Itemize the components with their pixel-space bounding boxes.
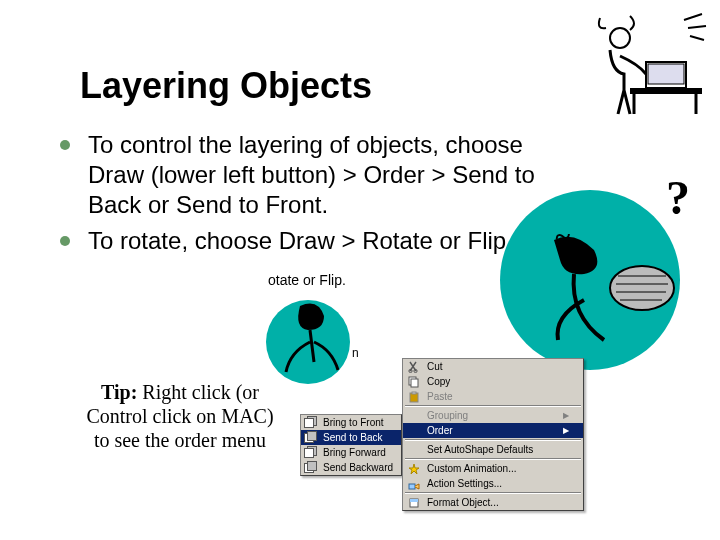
menu-item-label: Set AutoShape Defaults (427, 444, 533, 455)
menu-separator (405, 405, 581, 407)
order-submenu[interactable]: Bring to Front Send to Back Bring Forwar… (300, 414, 402, 476)
menu-item-action-settings[interactable]: Action Settings... (403, 476, 583, 491)
svg-rect-13 (409, 484, 415, 489)
menu-item-format-object[interactable]: Format Object... (403, 495, 583, 510)
bring-to-front-icon (304, 416, 318, 428)
submenu-arrow-icon: ▶ (563, 411, 569, 420)
menu-item-order[interactable]: Order ▶ (403, 423, 583, 438)
context-menu[interactable]: Cut Copy Paste Grouping ▶ Order ▶ Set Au… (402, 358, 584, 511)
send-backward-icon (304, 461, 318, 473)
custom-animation-icon (407, 463, 421, 475)
menu-item-paste[interactable]: Paste (403, 389, 583, 404)
tip-text: Tip: Right click (or Control click on MA… (80, 380, 280, 452)
svg-rect-2 (630, 88, 702, 94)
bullet-text: To control the layering of objects, choo… (88, 130, 580, 220)
svg-rect-12 (412, 392, 416, 394)
slide-title: Layering Objects (80, 65, 372, 107)
menu-item-send-backward[interactable]: Send Backward (301, 460, 401, 475)
cut-icon (407, 361, 421, 373)
menu-item-label: Send Backward (323, 462, 393, 473)
bullet-dot-icon (60, 236, 70, 246)
menu-item-send-to-back[interactable]: Send to Back (301, 430, 401, 445)
svg-rect-10 (411, 379, 418, 387)
bullet-list: To control the layering of objects, choo… (60, 130, 580, 262)
submenu-arrow-icon: ▶ (563, 426, 569, 435)
menu-item-label: Paste (427, 391, 453, 402)
menu-item-label: Bring Forward (323, 447, 386, 458)
menu-item-label: Bring to Front (323, 417, 384, 428)
clipart-figure-small (270, 292, 360, 392)
menu-item-label: Copy (427, 376, 450, 387)
bullet-item: To rotate, choose Draw > Rotate or Flip. (60, 226, 580, 256)
person-at-desk-clipart (590, 10, 710, 115)
menu-item-bring-forward[interactable]: Bring Forward (301, 445, 401, 460)
menu-item-label: Custom Animation... (427, 463, 516, 474)
svg-point-5 (610, 28, 630, 48)
menu-item-label: Send to Back (323, 432, 382, 443)
menu-item-set-autoshape-defaults[interactable]: Set AutoShape Defaults (403, 442, 583, 457)
menu-item-label: Grouping (427, 410, 468, 421)
menu-item-label: Format Object... (427, 497, 499, 508)
menu-separator (405, 458, 581, 460)
bullet-dot-icon (60, 140, 70, 150)
svg-rect-15 (410, 499, 418, 502)
menu-item-label: Cut (427, 361, 443, 372)
svg-rect-1 (648, 64, 684, 84)
menu-item-bring-to-front[interactable]: Bring to Front (301, 415, 401, 430)
bullet-item: To control the layering of objects, choo… (60, 130, 580, 220)
menu-separator (405, 492, 581, 494)
send-to-back-icon (304, 431, 318, 443)
tip-label: Tip: (101, 381, 137, 403)
svg-point-6 (610, 266, 674, 310)
menu-item-grouping[interactable]: Grouping ▶ (403, 408, 583, 423)
menu-item-label: Action Settings... (427, 478, 502, 489)
copy-icon (407, 376, 421, 388)
menu-item-custom-animation[interactable]: Custom Animation... (403, 461, 583, 476)
paste-icon (407, 391, 421, 403)
bring-forward-icon (304, 446, 318, 458)
action-settings-icon (407, 478, 421, 490)
clipart-scribble: ? (666, 170, 690, 225)
menu-item-cut[interactable]: Cut (403, 359, 583, 374)
clipart-figure (534, 230, 684, 370)
caption-fragment-n: n (352, 346, 359, 360)
menu-separator (405, 439, 581, 441)
menu-item-label: Order (427, 425, 453, 436)
bullet-text: To rotate, choose Draw > Rotate or Flip. (88, 226, 513, 256)
format-object-icon (407, 497, 421, 509)
caption-fragment: otate or Flip. (268, 272, 346, 288)
menu-item-copy[interactable]: Copy (403, 374, 583, 389)
